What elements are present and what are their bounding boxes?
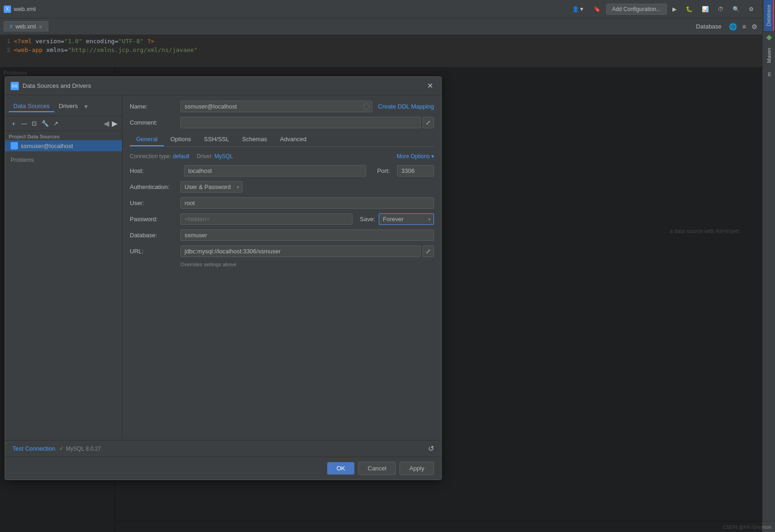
url-row: URL: ⤢ Overrides settings above [130, 246, 434, 267]
port-input[interactable] [397, 165, 434, 177]
auth-select-wrapper: User & Password No auth SSL Kerberos [180, 181, 243, 193]
url-expand-btn[interactable]: ⤢ [422, 246, 434, 257]
sidebar-tab-database[interactable]: Database [764, 0, 774, 31]
copy-ds-btn[interactable]: ⊡ [30, 119, 39, 128]
tab-ssh-ssl[interactable]: SSH/SSL [197, 133, 236, 146]
debug-btn[interactable]: 🐛 [682, 4, 696, 14]
app-icon: X [4, 6, 11, 13]
user-icon-btn[interactable]: 👤▼ [568, 4, 588, 14]
tab-bar: X web.xml ✕ Database 🌐 ≡ ⚙ — [0, 18, 775, 35]
tab-dropdown-icon[interactable]: ▼ [82, 103, 90, 111]
tab-options[interactable]: Options [164, 133, 197, 146]
vcs-icon-btn[interactable]: 🔖 [590, 4, 604, 14]
save-select[interactable]: Forever Until restart Never [379, 213, 434, 225]
problems-section-label: Problems [5, 151, 122, 169]
settings-icon-btn[interactable]: ⚙ [750, 21, 759, 32]
form-tabs: General Options SSH/SSL Schemas Advanced [130, 133, 434, 147]
test-connection-version: MySQL 8.0.27 [66, 446, 101, 452]
url-input[interactable] [180, 246, 421, 257]
line-number-2: 2 [0, 47, 14, 53]
dialog-title: DS Data Sources and Drivers [11, 82, 91, 90]
sidebar-tab-m[interactable]: m [764, 68, 774, 81]
conn-type-value[interactable]: default [173, 153, 189, 160]
dialog-footer: OK Cancel Apply [5, 457, 441, 480]
tab-schemas[interactable]: Schemas [236, 133, 273, 146]
editor-area: 1 <?xml version="1.0" encoding="UTF-8" ?… [0, 35, 775, 67]
left-item-icon: ≋ [11, 142, 18, 149]
add-configuration-button[interactable]: Add Configuration... [606, 4, 667, 15]
main-area: Problems DS Data Sources and Drivers ✕ [0, 67, 762, 532]
dialog-left-panel: Data Sources Drivers ▼ ＋ — ⊡ 🔧 ↗ [5, 95, 122, 440]
dialog-left-header: Data Sources Drivers ▼ [5, 99, 122, 116]
comment-input[interactable] [180, 117, 421, 128]
sidebar-tab-maven[interactable]: Maven [764, 43, 774, 68]
sidebar-tab-m-label: m [766, 72, 772, 76]
search-btn[interactable]: 🔍 [729, 4, 743, 14]
editor-line-2: 2 <web-app xmlns="http://xmlns.jcp.org/x… [0, 46, 775, 54]
comment-input-group: ⤢ [180, 117, 434, 128]
dialog-title-text: Data Sources and Drivers [23, 82, 91, 89]
name-input[interactable] [180, 101, 372, 112]
edit-ds-btn[interactable]: 🔧 [40, 119, 51, 128]
list-icon-btn[interactable]: ≡ [740, 21, 748, 32]
title-bar-right: 👤▼ 🔖 Add Configuration... ▶ 🐛 📊 ⏱ 🔍 ⚙ ⊞ [568, 4, 771, 15]
user-input[interactable] [180, 197, 434, 209]
sidebar-tab-database-label: Database [766, 5, 771, 26]
nav-forward-btn[interactable]: ▶ [111, 118, 118, 129]
settings-btn[interactable]: ⚙ [745, 4, 758, 14]
more-options-link[interactable]: More Options ▾ [397, 153, 434, 160]
data-sources-dialog: DS Data Sources and Drivers ✕ Data Sourc… [5, 76, 442, 480]
dialog-tab-datasources[interactable]: Data Sources [9, 101, 54, 112]
dialog-tab-drivers[interactable]: Drivers [54, 101, 82, 112]
password-input[interactable] [180, 213, 353, 225]
database-input[interactable] [180, 229, 434, 241]
password-save-row: Password: Save: Forever Until restart Ne… [130, 213, 434, 225]
conn-type-label: Connection type: [130, 153, 173, 160]
line-content-1: <?xml version="1.0" encoding="UTF-8" ?> [14, 38, 154, 45]
nav-back-btn[interactable]: ◀ [103, 118, 110, 129]
test-connection-check-icon: ✓ [59, 445, 64, 452]
ok-button[interactable]: OK [327, 462, 354, 475]
database-panel-label: Database [696, 23, 722, 30]
host-input[interactable] [184, 165, 366, 177]
remove-ds-btn[interactable]: — [19, 119, 29, 128]
name-input-circle [363, 103, 370, 110]
dialog-close-button[interactable]: ✕ [424, 80, 436, 91]
apply-button[interactable]: Apply [399, 462, 434, 475]
comment-expand-btn[interactable]: ⤢ [422, 117, 434, 128]
dialog-titlebar: DS Data Sources and Drivers ✕ [5, 77, 441, 95]
tab-general[interactable]: General [130, 133, 164, 146]
comment-label: Comment: [130, 119, 180, 126]
export-ds-btn[interactable]: ↗ [52, 119, 60, 128]
left-item-ssmuser-label: ssmuser@localhost [21, 143, 73, 149]
line-number-1: 1 [0, 38, 14, 45]
cancel-button[interactable]: Cancel [358, 462, 396, 475]
profile-btn[interactable]: ⏱ [714, 4, 727, 14]
test-connection-link[interactable]: Test Connection [12, 445, 55, 452]
tab-close-icon[interactable]: ✕ [39, 24, 42, 29]
dialog-body: Data Sources Drivers ▼ ＋ — ⊡ 🔧 ↗ [5, 95, 441, 440]
dialog-right-panel: Name: Create DDL Mapping Comment: ⤢ [122, 95, 441, 440]
editor-tab-webxml[interactable]: X web.xml ✕ [4, 21, 48, 32]
run-btn[interactable]: ▶ [669, 4, 680, 14]
url-input-group: ⤢ [180, 246, 434, 257]
right-sidebar: Database ◆ Maven m [762, 0, 775, 532]
url-label: URL: [130, 248, 180, 255]
tab-advanced[interactable]: Advanced [273, 133, 313, 146]
create-ddl-link[interactable]: Create DDL Mapping [378, 103, 434, 110]
auth-select[interactable]: User & Password No auth SSL Kerberos [180, 181, 243, 193]
test-connection-refresh-btn[interactable]: ↺ [428, 444, 434, 453]
database-row: Database: [130, 229, 434, 241]
sidebar-codota-icon[interactable]: ◆ [764, 31, 774, 43]
left-item-ssmuser[interactable]: ≋ ssmuser@localhost [5, 140, 122, 151]
add-ds-btn[interactable]: ＋ [9, 119, 18, 129]
driver-label: Driver: [197, 153, 214, 160]
connection-type-row: Connection type: default Driver: MySQL M… [130, 153, 434, 160]
user-label: User: [130, 200, 180, 206]
driver-value[interactable]: MySQL [214, 153, 233, 160]
dialog-title-icon: DS [11, 82, 19, 90]
globe-icon-btn[interactable]: 🌐 [727, 21, 739, 32]
sidebar-tab-maven-label: Maven [766, 48, 772, 63]
name-label: Name: [130, 103, 180, 110]
coverage-btn[interactable]: 📊 [698, 4, 712, 14]
